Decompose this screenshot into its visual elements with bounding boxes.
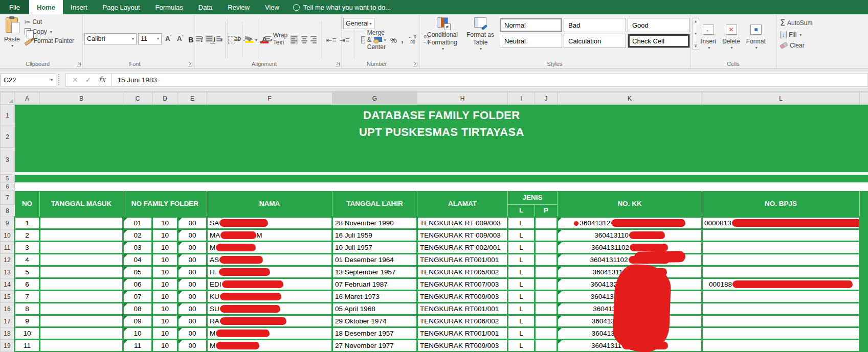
row-number[interactable]: 6	[1, 182, 15, 191]
cell-nama[interactable]: RA	[207, 315, 332, 327]
select-all-corner[interactable]	[1, 92, 15, 105]
cell-tanggal-masuk[interactable]	[40, 217, 123, 229]
cell-tanggal-lahir[interactable]: 07 Februari 1987	[332, 278, 417, 291]
cell-folder-2[interactable]: 10	[152, 278, 178, 291]
column-letter[interactable]: A	[15, 92, 40, 105]
cell-no[interactable]: 3	[15, 242, 40, 254]
style-chip-good[interactable]: Good	[628, 18, 690, 32]
style-chip-neutral[interactable]: Neutral	[500, 34, 562, 48]
cell-tanggal-lahir[interactable]: 10 Juli 1957	[332, 242, 417, 254]
cell-tanggal-lahir[interactable]: 16 Maret 1973	[332, 291, 417, 303]
insert-function-icon[interactable]: fx	[98, 75, 105, 84]
alignment-dialog-launcher[interactable]	[336, 62, 340, 66]
column-letter[interactable]: J	[535, 92, 558, 105]
row-number[interactable]: 2	[1, 126, 15, 148]
cell-no[interactable]: 6	[15, 278, 40, 291]
column-letter[interactable]: L	[702, 92, 860, 105]
orientation-button[interactable]: ab⤴▾	[232, 34, 253, 43]
font-family-select[interactable]: Calibri▾	[84, 33, 137, 44]
style-chip-calculation[interactable]: Calculation	[564, 34, 626, 48]
cell-tanggal-masuk[interactable]	[40, 303, 123, 315]
row-number[interactable]: 8	[1, 205, 15, 217]
cell-no-bpjs[interactable]	[702, 242, 860, 254]
cell-folder-1[interactable]: 07	[123, 291, 152, 303]
cell-alamat[interactable]: TENGKURAK RT009/003	[417, 340, 508, 352]
formula-input[interactable]: 15 Juni 1983	[112, 73, 868, 87]
cell-no[interactable]: 2	[15, 229, 40, 242]
cell-tanggal-masuk[interactable]	[40, 229, 123, 242]
number-format-select[interactable]: General▾	[343, 18, 374, 29]
header-jenis-l[interactable]: L	[508, 205, 535, 217]
tab-data[interactable]: Data	[191, 0, 220, 14]
cell-tanggal-masuk[interactable]	[40, 327, 123, 340]
cell-alamat[interactable]: TENGKURAK RT007/003	[417, 278, 508, 291]
align-left-icon[interactable]	[290, 35, 298, 44]
cell-folder-2[interactable]: 10	[152, 266, 178, 278]
cell-folder-3[interactable]: 00	[178, 217, 207, 229]
cell-no[interactable]: 4	[15, 254, 40, 266]
accounting-format-icon[interactable]	[374, 37, 379, 43]
cell-jenis-p[interactable]	[535, 291, 558, 303]
cell-folder-2[interactable]: 10	[152, 291, 178, 303]
cell-folder-3[interactable]: 00	[178, 229, 207, 242]
cell-no-bpjs[interactable]	[702, 327, 860, 340]
align-top-icon[interactable]	[196, 36, 202, 41]
paste-button[interactable]: Paste ▾	[2, 16, 23, 50]
cell-folder-1[interactable]: 04	[123, 254, 152, 266]
column-letter[interactable]: C	[123, 92, 152, 105]
cell-jenis-p[interactable]	[535, 217, 558, 229]
header-tanggal-masuk[interactable]: TANGGAL MASUK	[40, 191, 123, 217]
tab-page-layout[interactable]: Page Layout	[95, 0, 148, 14]
cell-tanggal-lahir[interactable]: 01 Desember 1964	[332, 254, 417, 266]
cell-jenis-p[interactable]	[535, 315, 558, 327]
cell-no[interactable]: 10	[15, 327, 40, 340]
cell-no[interactable]: 5	[15, 266, 40, 278]
cell-folder-3[interactable]: 00	[178, 278, 207, 291]
cell-nama[interactable]: KU	[207, 291, 332, 303]
cell-jenis-p[interactable]	[535, 327, 558, 340]
font-size-select[interactable]: 11▾	[138, 33, 162, 44]
format-cells-button[interactable]: ■ Format ▾	[744, 23, 768, 52]
cell-tanggal-masuk[interactable]	[40, 315, 123, 327]
cell-no-bpjs[interactable]	[702, 340, 860, 352]
cell-no-bpjs[interactable]	[702, 315, 860, 327]
column-letter[interactable]: K	[558, 92, 702, 105]
delete-cells-button[interactable]: ✕ Delete ▾	[720, 23, 743, 52]
cell-jenis-l[interactable]: L	[508, 315, 535, 327]
autosum-button[interactable]: Σ AutoSum	[778, 17, 814, 29]
tab-formulas[interactable]: Formulas	[148, 0, 191, 14]
cell-no-bpjs[interactable]	[702, 254, 860, 266]
title-banner[interactable]: DATABASE FAMILY FOLDER UPT PUSKESMAS TIR…	[15, 105, 868, 172]
cell-folder-1[interactable]: 08	[123, 303, 152, 315]
cell-folder-3[interactable]: 00	[178, 303, 207, 315]
cell-folder-1[interactable]: 01	[123, 217, 152, 229]
cell-nama[interactable]: SA	[207, 217, 332, 229]
cell-folder-3[interactable]: 00	[178, 340, 207, 352]
clipboard-dialog-launcher[interactable]	[77, 62, 81, 66]
percent-icon[interactable]: %	[390, 36, 397, 44]
cell-tanggal-masuk[interactable]	[40, 278, 123, 291]
cell-folder-2[interactable]: 10	[152, 315, 178, 327]
cell-nama[interactable]: M	[207, 340, 332, 352]
cell-folder-1[interactable]: 06	[123, 278, 152, 291]
row-number[interactable]: 18	[1, 327, 15, 340]
tell-me-box[interactable]: Tell me what you want to do...	[287, 0, 397, 14]
cell-no-bpjs[interactable]: 0000813	[702, 217, 860, 229]
header-nama[interactable]: NAMA	[207, 191, 332, 217]
cell-tanggal-masuk[interactable]	[40, 340, 123, 352]
cell-jenis-p[interactable]	[535, 254, 558, 266]
cell-tanggal-lahir[interactable]: 18 Desember 1957	[332, 327, 417, 340]
row-number[interactable]: 14	[1, 278, 15, 291]
cell-folder-1[interactable]: 02	[123, 229, 152, 242]
header-alamat[interactable]: ALAMAT	[417, 191, 508, 217]
cell-folder-3[interactable]: 00	[178, 242, 207, 254]
cell-alamat[interactable]: TENGKURAK RT001/001	[417, 254, 508, 266]
cell-no[interactable]: 7	[15, 291, 40, 303]
cell-jenis-p[interactable]	[535, 278, 558, 291]
cell-nama[interactable]: MAM	[207, 229, 332, 242]
cell-jenis-p[interactable]	[535, 303, 558, 315]
cell-folder-2[interactable]: 10	[152, 254, 178, 266]
header-jenis[interactable]: JENIS	[508, 191, 558, 205]
tab-insert[interactable]: Insert	[63, 0, 95, 14]
cell-jenis-l[interactable]: L	[508, 303, 535, 315]
